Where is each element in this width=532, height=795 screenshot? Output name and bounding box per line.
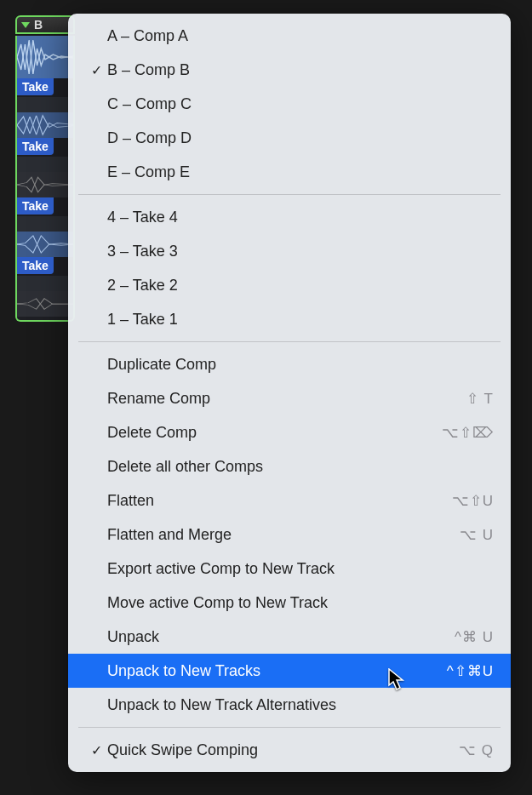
take-folder: B Take Take Take Take <box>15 15 75 322</box>
menu-item-label: 2 – Take 2 <box>107 277 494 295</box>
menu-take-item[interactable]: 2 – Take 2 <box>68 268 511 302</box>
waveform-icon <box>17 112 73 138</box>
menu-action-item[interactable]: Flatten and Merge⌥ U <box>68 518 511 552</box>
cursor-icon <box>387 668 406 692</box>
menu-action-item[interactable]: Flatten⌥⇧U <box>68 483 511 518</box>
take-lane[interactable]: Take <box>15 197 75 257</box>
checkmark-icon: ✓ <box>85 62 107 78</box>
menu-item-label: Delete all other Comps <box>107 458 494 476</box>
waveform-icon <box>17 36 73 78</box>
take-folder-footer <box>15 317 75 322</box>
svg-rect-4 <box>17 232 73 257</box>
menu-item-label: Flatten <box>107 492 452 510</box>
menu-take-item[interactable]: 4 – Take 4 <box>68 200 511 234</box>
comp-region[interactable] <box>15 36 75 78</box>
menu-comp-item[interactable]: ✓B – Comp B <box>68 53 511 87</box>
header-letter: B <box>34 18 43 31</box>
menu-action-item[interactable]: Unpack to New Track Alternatives <box>68 688 511 722</box>
waveform-icon <box>17 232 73 257</box>
menu-action-item[interactable]: Export active Comp to New Track <box>68 552 511 586</box>
menu-item-label: Duplicate Comp <box>107 356 494 374</box>
menu-shortcut: ^⌘ U <box>455 628 494 646</box>
menu-comp-item[interactable]: C – Comp C <box>68 87 511 121</box>
take-lane[interactable]: Take <box>15 138 75 197</box>
menu-action-item[interactable]: Duplicate Comp <box>68 347 511 381</box>
menu-item-label: Flatten and Merge <box>107 526 460 544</box>
menu-item-label: B – Comp B <box>107 61 494 79</box>
take-folder-header[interactable]: B <box>15 15 75 34</box>
menu-shortcut: ⇧ T <box>466 390 494 408</box>
menu-item-label: Quick Swipe Comping <box>107 741 459 759</box>
take-badge: Take <box>17 78 54 95</box>
take-lane[interactable]: Take <box>15 257 75 317</box>
svg-marker-0 <box>21 22 30 28</box>
take-lane[interactable]: Take <box>15 78 75 138</box>
take-badge: Take <box>17 197 54 214</box>
take-badge: Take <box>17 138 54 155</box>
menu-item-label: Export active Comp to New Track <box>107 560 494 578</box>
menu-item-label: C – Comp C <box>107 95 494 113</box>
menu-action-item[interactable]: Move active Comp to New Track <box>68 586 511 620</box>
menu-shortcut: ⌥⇧U <box>452 492 494 510</box>
menu-action-item[interactable]: Delete Comp⌥⇧⌦ <box>68 415 511 449</box>
menu-item-label: E – Comp E <box>107 163 494 181</box>
menu-item-label: 1 – Take 1 <box>107 311 494 329</box>
checkmark-icon: ✓ <box>85 742 107 758</box>
menu-shortcut: ⌥⇧⌦ <box>442 424 494 442</box>
menu-comp-item[interactable]: E – Comp E <box>68 155 511 189</box>
menu-item-label: Move active Comp to New Track <box>107 594 494 612</box>
menu-shortcut: ⌥ U <box>460 526 494 544</box>
svg-rect-2 <box>17 112 73 138</box>
menu-take-item[interactable]: 1 – Take 1 <box>68 302 511 336</box>
take-badge: Take <box>17 257 54 274</box>
menu-item-label: 4 – Take 4 <box>107 209 494 226</box>
menu-item-label: A – Comp A <box>107 27 494 45</box>
menu-action-item[interactable]: Delete all other Comps <box>68 449 511 483</box>
menu-action-item[interactable]: Unpack^⌘ U <box>68 620 511 654</box>
menu-item-label: Delete Comp <box>107 424 442 442</box>
disclosure-triangle-icon[interactable] <box>19 18 32 31</box>
menu-item-label: Unpack to New Track Alternatives <box>107 696 494 714</box>
waveform-icon <box>17 291 73 317</box>
menu-comp-item[interactable]: A – Comp A <box>68 19 511 53</box>
menu-action-item[interactable]: Unpack to New Tracks^⇧⌘U <box>68 654 511 688</box>
menu-footer-item[interactable]: ✓Quick Swipe Comping⌥ Q <box>68 733 511 767</box>
menu-item-label: D – Comp D <box>107 129 494 147</box>
menu-item-label: Unpack <box>107 628 455 646</box>
menu-separator <box>78 727 501 728</box>
menu-item-label: Rename Comp <box>107 390 466 408</box>
menu-shortcut: ⌥ Q <box>459 741 494 759</box>
menu-comp-item[interactable]: D – Comp D <box>68 121 511 155</box>
menu-item-label: 3 – Take 3 <box>107 243 494 260</box>
waveform-icon <box>17 172 73 197</box>
menu-shortcut: ^⇧⌘U <box>447 662 494 680</box>
menu-take-item[interactable]: 3 – Take 3 <box>68 234 511 268</box>
menu-separator <box>78 341 501 342</box>
menu-action-item[interactable]: Rename Comp⇧ T <box>68 381 511 415</box>
comp-context-menu: A – Comp A✓B – Comp BC – Comp CD – Comp … <box>68 14 511 772</box>
menu-separator <box>78 194 501 195</box>
